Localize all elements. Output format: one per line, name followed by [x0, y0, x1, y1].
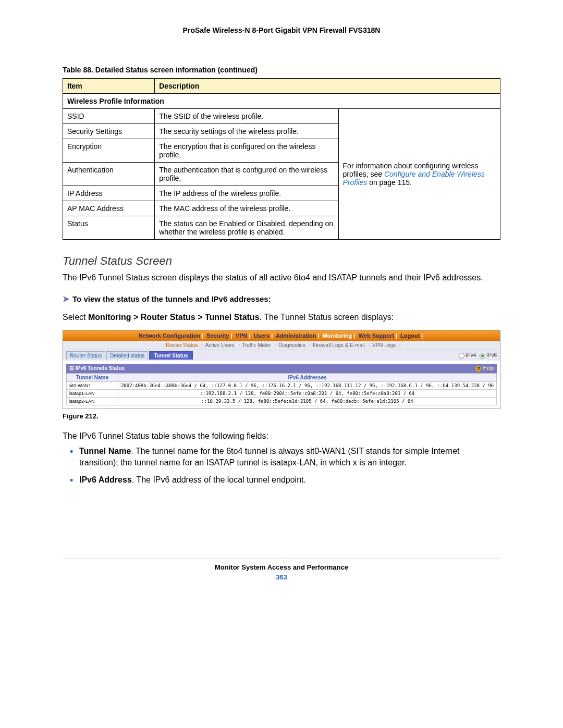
subnav-item[interactable]: Router Status — [166, 342, 198, 348]
table-row: sit0-WAN1 2002:408b:36e4::408b:36e4 / 64… — [67, 381, 497, 389]
cell-tunnel-name: isatap1-LAN — [67, 389, 118, 397]
panel-title: ☰ IPv6 Tunnels Status — [69, 365, 125, 371]
tab-tunnel-status[interactable]: Tunnel Status — [149, 351, 192, 360]
bullet-term: IPv6 Address — [79, 475, 132, 484]
step-text: To view the status of the tunnels and IP… — [72, 294, 271, 303]
row-desc: The SSID of the wireless profile. — [155, 109, 338, 124]
cell-tunnel-name: sit0-WAN1 — [67, 381, 118, 389]
ipv6-label: IPv6 — [486, 352, 497, 358]
top-nav: Network Configuration| Security| VPN| Us… — [63, 330, 500, 341]
side-note-post: on page 115. — [367, 178, 412, 187]
section-heading: Tunnel Status Screen — [63, 254, 500, 268]
paragraph: Select Monitoring > Router Status > Tunn… — [63, 312, 500, 323]
bullet-term: Tunnel Name — [79, 447, 131, 455]
help-link[interactable]: Help — [483, 365, 494, 371]
bullet-list: Tunnel Name. The tunnel name for the 6to… — [63, 446, 500, 486]
row-item: SSID — [63, 109, 155, 124]
row-item: Security Settings — [63, 124, 155, 139]
bullet-text: . The IPv6 address of the local tunnel e… — [132, 475, 306, 484]
nav-item[interactable]: Security — [206, 332, 229, 339]
text: Select — [63, 313, 88, 322]
subnav-item[interactable]: Active Users — [205, 342, 235, 348]
tunnels-table: Tunnel Name IPv6 Addresses sit0-WAN1 200… — [66, 373, 497, 405]
ipv6-radio[interactable] — [480, 353, 485, 359]
col-item: Item — [63, 79, 155, 94]
col-description: Description — [155, 79, 500, 94]
footer-title: Monitor System Access and Performance — [63, 563, 500, 571]
nav-item[interactable]: VPN — [236, 332, 248, 339]
ip-mode-toggle: IPv4 IPv6 — [457, 352, 497, 359]
list-item: IPv6 Address. The IPv6 address of the lo… — [70, 474, 500, 486]
list-item: Tunnel Name. The tunnel name for the 6to… — [70, 446, 500, 468]
tab-bar: Router Status Detailed status Tunnel Sta… — [63, 350, 500, 361]
help-icon[interactable]: ? — [475, 366, 481, 372]
table-row: isatap2-LAN ::10.29.33.5 / 128, fe80::5e… — [67, 397, 497, 405]
section-row: Wireless Profile Information — [63, 94, 500, 109]
nav-path: Monitoring > Router Status > Tunnel Stat… — [88, 313, 260, 322]
paragraph: The IPv6 Tunnel Status screen displays t… — [63, 272, 500, 283]
cell-addresses: ::10.29.33.5 / 128, fe80::5efe:a1d:2105 … — [118, 397, 497, 405]
nav-logout[interactable]: Logout — [400, 332, 420, 339]
row-desc: The security settings of the wireless pr… — [155, 124, 338, 139]
step-heading: ➤To view the status of the tunnels and I… — [63, 294, 500, 304]
row-desc: The MAC address of the wireless profile. — [155, 201, 338, 216]
cell-tunnel-name: isatap2-LAN — [67, 397, 118, 405]
subnav-item[interactable]: Traffic Meter — [242, 342, 271, 348]
status-table: Item Description Wireless Profile Inform… — [63, 78, 500, 240]
nav-item[interactable]: Network Configuration — [139, 332, 201, 339]
document-title: ProSafe Wireless-N 8-Port Gigabit VPN Fi… — [63, 26, 500, 34]
arrow-icon: ➤ — [63, 294, 69, 303]
sub-nav: ::Router Status ::Active Users ::Traffic… — [63, 341, 500, 350]
row-item: AP MAC Address — [63, 201, 155, 216]
row-item: IP Address — [63, 186, 155, 201]
subnav-item[interactable]: Firewall Logs & E-mail — [313, 342, 364, 348]
figure-caption: Figure 212. — [63, 412, 500, 420]
paragraph: The IPv6 Tunnel Status table shows the f… — [63, 430, 500, 442]
table-caption: Table 88. Detailed Status screen informa… — [63, 66, 500, 74]
table-row: isatap1-LAN ::192.168.2.1 / 128, fe80:20… — [67, 389, 497, 397]
row-item: Authentication — [63, 163, 155, 186]
subnav-item[interactable]: Diagnostics — [278, 342, 305, 348]
row-item: Status — [63, 216, 155, 240]
row-desc: The status can be Enabled or Disabled, d… — [155, 216, 338, 240]
row-desc: The IP address of the wireless profile. — [155, 186, 338, 201]
side-note: For information about configuring wirele… — [338, 109, 500, 240]
nav-item[interactable]: Web Support — [359, 332, 394, 339]
nav-item[interactable]: Administration — [276, 332, 316, 339]
ui-screenshot: Network Configuration| Security| VPN| Us… — [63, 330, 500, 409]
row-desc: The authentication that is configured on… — [155, 163, 338, 186]
subnav-item[interactable]: VPN Logs — [372, 342, 396, 348]
ipv4-label: IPv4 — [466, 352, 476, 358]
bullet-text: . The tunnel name for the 6to4 tunnel is… — [79, 447, 460, 467]
cell-addresses: ::192.168.2.1 / 128, fe80:2004::5efe:c0a… — [118, 389, 497, 397]
panel-header: ☰ IPv6 Tunnels Status ?Help — [66, 364, 497, 373]
row-item: Encryption — [63, 139, 155, 163]
cell-addresses: 2002:408b:36e4::408b:36e4 / 64, ::127.0.… — [118, 381, 497, 389]
tab-detailed-status[interactable]: Detailed status — [106, 351, 148, 360]
ipv4-radio[interactable] — [459, 353, 464, 359]
tab-router-status[interactable]: Router Status — [66, 351, 105, 360]
row-desc: The encryption that is configured on the… — [155, 139, 338, 163]
col-tunnel-name: Tunnel Name — [67, 373, 118, 381]
page-footer: Monitor System Access and Performance 36… — [63, 559, 500, 581]
nav-item[interactable]: Users — [254, 332, 270, 339]
text: . The Tunnel Status screen displays: — [260, 313, 394, 322]
nav-item-active[interactable]: Monitoring — [323, 332, 352, 339]
col-ipv6-addresses: IPv6 Addresses — [118, 373, 497, 381]
page-number: 363 — [63, 573, 500, 581]
